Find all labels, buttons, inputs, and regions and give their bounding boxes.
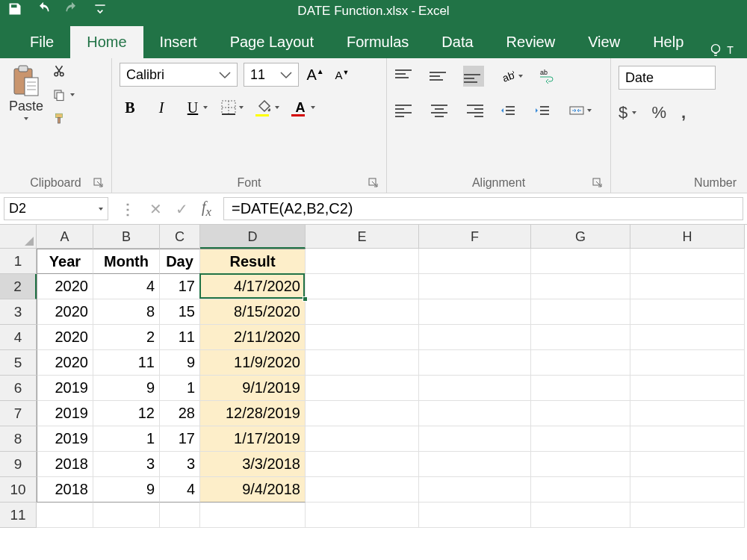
column-header-H[interactable]: H xyxy=(630,225,745,249)
grow-font-button[interactable]: A▲ xyxy=(305,64,326,85)
cell-G11[interactable] xyxy=(531,503,630,528)
cell-D4[interactable]: 2/11/2020 xyxy=(200,325,306,350)
save-icon[interactable] xyxy=(7,1,22,20)
copy-button[interactable] xyxy=(52,88,75,102)
cell-H4[interactable] xyxy=(630,325,745,350)
alignment-dialog-icon[interactable] xyxy=(592,178,603,188)
cell-B9[interactable]: 3 xyxy=(93,452,160,477)
cell-B7[interactable]: 12 xyxy=(93,401,160,426)
row-header-9[interactable]: 9 xyxy=(0,452,37,477)
cell-B2[interactable]: 4 xyxy=(93,274,160,299)
paste-dropdown-icon[interactable] xyxy=(24,117,28,120)
column-header-F[interactable]: F xyxy=(419,225,531,249)
fill-dropdown-icon[interactable] xyxy=(275,106,279,109)
cell-F11[interactable] xyxy=(419,503,531,528)
cell-F1[interactable] xyxy=(419,249,531,274)
cell-F6[interactable] xyxy=(419,376,531,401)
column-header-G[interactable]: G xyxy=(531,225,630,249)
cell-D5[interactable]: 11/9/2020 xyxy=(200,350,306,376)
cell-B8[interactable]: 1 xyxy=(93,426,160,452)
cell-E2[interactable] xyxy=(306,274,419,299)
cell-H9[interactable] xyxy=(630,452,745,477)
spreadsheet-grid[interactable]: ABCDEFGH 1234567891011 YearMonthDayResul… xyxy=(0,225,747,528)
cell-D8[interactable]: 1/17/2019 xyxy=(200,426,306,452)
cell-H1[interactable] xyxy=(630,249,745,274)
cell-C5[interactable]: 9 xyxy=(160,350,200,376)
row-header-5[interactable]: 5 xyxy=(0,350,37,376)
cell-E7[interactable] xyxy=(306,401,419,426)
cell-H11[interactable] xyxy=(630,503,745,528)
tab-insert[interactable]: Insert xyxy=(143,26,214,58)
cell-C7[interactable]: 28 xyxy=(160,401,200,426)
cell-D3[interactable]: 8/15/2020 xyxy=(200,299,306,325)
underline-button[interactable]: U xyxy=(182,97,203,118)
formula-bar-drag-icon[interactable]: ⋮ xyxy=(120,200,136,218)
cell-A8[interactable]: 2019 xyxy=(37,426,93,452)
font-size-combo[interactable]: 11 xyxy=(244,63,299,87)
cell-H6[interactable] xyxy=(630,376,745,401)
cut-button[interactable] xyxy=(52,64,75,78)
cell-C6[interactable]: 1 xyxy=(160,376,200,401)
orientation-button[interactable]: ab xyxy=(498,66,518,87)
cell-G10[interactable] xyxy=(531,477,630,503)
cell-D7[interactable]: 12/28/2019 xyxy=(200,401,306,426)
insert-function-icon[interactable]: fx xyxy=(202,199,211,220)
cell-A4[interactable]: 2020 xyxy=(37,325,93,350)
orientation-dropdown-icon[interactable] xyxy=(518,75,523,78)
row-header-4[interactable]: 4 xyxy=(0,325,37,350)
font-color-dropdown-icon[interactable] xyxy=(311,106,315,109)
cell-A9[interactable]: 2018 xyxy=(37,452,93,477)
cell-G6[interactable] xyxy=(531,376,630,401)
cell-D10[interactable]: 9/4/2018 xyxy=(200,477,306,503)
cell-E11[interactable] xyxy=(306,503,419,528)
borders-dropdown-icon[interactable] xyxy=(239,106,244,109)
cell-A11[interactable] xyxy=(37,503,93,528)
accounting-format-button[interactable]: $ xyxy=(619,103,627,122)
chevron-down-icon[interactable] xyxy=(216,70,234,79)
cell-G3[interactable] xyxy=(531,299,630,325)
cell-H2[interactable] xyxy=(630,274,745,299)
increase-indent-button[interactable] xyxy=(532,100,553,121)
row-header-11[interactable]: 11 xyxy=(0,503,37,528)
cell-F10[interactable] xyxy=(419,477,531,503)
cell-B11[interactable] xyxy=(93,503,160,528)
wrap-text-button[interactable]: ab xyxy=(536,66,557,87)
cell-E3[interactable] xyxy=(306,299,419,325)
align-middle-button[interactable] xyxy=(429,66,450,87)
cell-F7[interactable] xyxy=(419,401,531,426)
align-bottom-button[interactable] xyxy=(463,66,484,87)
cell-C11[interactable] xyxy=(160,503,200,528)
cell-G4[interactable] xyxy=(531,325,630,350)
cell-G8[interactable] xyxy=(531,426,630,452)
cell-D2[interactable]: 4/17/2020 xyxy=(200,274,306,299)
cell-H3[interactable] xyxy=(630,299,745,325)
cell-H8[interactable] xyxy=(630,426,745,452)
row-header-6[interactable]: 6 xyxy=(0,376,37,401)
cell-H10[interactable] xyxy=(630,477,745,503)
tab-file[interactable]: File xyxy=(13,26,70,58)
tab-review[interactable]: Review xyxy=(490,26,572,58)
cell-G5[interactable] xyxy=(531,350,630,376)
tell-me-icon[interactable]: T xyxy=(707,42,733,58)
select-all-button[interactable] xyxy=(0,225,37,249)
font-name-combo[interactable]: Calibri xyxy=(120,63,238,87)
currency-dropdown-icon[interactable] xyxy=(632,111,636,114)
cell-B3[interactable]: 8 xyxy=(93,299,160,325)
chevron-down-icon[interactable] xyxy=(277,70,295,79)
fill-color-button[interactable] xyxy=(254,97,275,118)
row-header-10[interactable]: 10 xyxy=(0,477,37,503)
tab-help[interactable]: Help xyxy=(636,26,700,58)
redo-icon[interactable] xyxy=(64,1,79,20)
cell-F8[interactable] xyxy=(419,426,531,452)
cell-F2[interactable] xyxy=(419,274,531,299)
clipboard-dialog-icon[interactable] xyxy=(93,178,104,188)
shrink-font-button[interactable]: A▼ xyxy=(332,64,353,85)
cell-C3[interactable]: 15 xyxy=(160,299,200,325)
cell-E5[interactable] xyxy=(306,350,419,376)
underline-dropdown-icon[interactable] xyxy=(203,106,208,109)
row-header-1[interactable]: 1 xyxy=(0,249,37,274)
column-header-C[interactable]: C xyxy=(160,225,200,249)
font-dialog-icon[interactable] xyxy=(368,178,379,188)
name-box[interactable]: D2 xyxy=(4,197,108,220)
cell-F5[interactable] xyxy=(419,350,531,376)
